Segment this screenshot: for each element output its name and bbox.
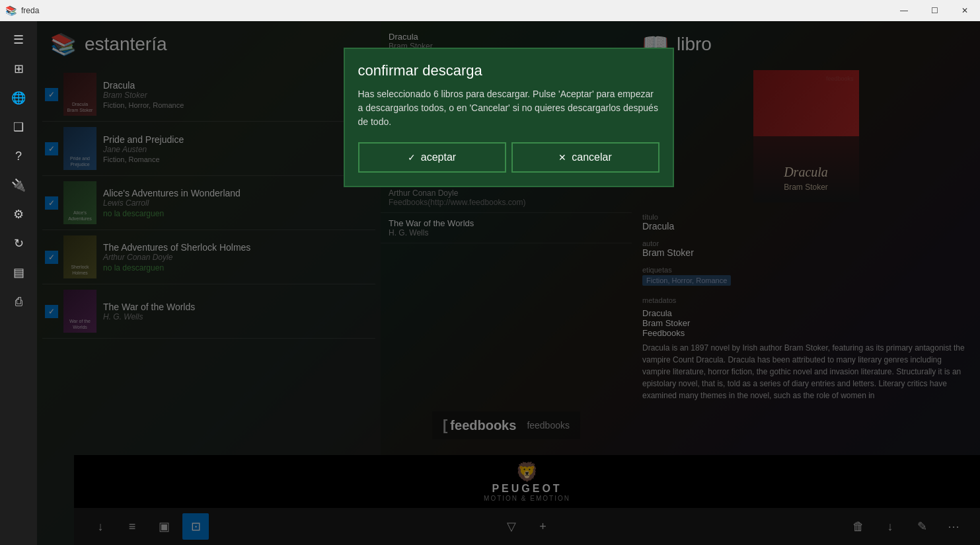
sidebar-item-storage[interactable]: ▤ (5, 259, 32, 286)
dialog-title: confirmar descarga (358, 62, 660, 79)
cancel-button[interactable]: ✕ cancelar (511, 142, 660, 173)
app-container: ☰ ⊞ 🌐 ❑ ? 🔌 ⚙ ↻ ▤ ⎙ 📚 estantería ✓ Dracu… (0, 21, 980, 545)
accept-icon: ✓ (408, 152, 416, 163)
sidebar: ☰ ⊞ 🌐 ❑ ? 🔌 ⚙ ↻ ▤ ⎙ (0, 21, 37, 545)
content-area: 📚 estantería ✓ DraculaBram Stoker Dracul… (37, 21, 980, 545)
accept-label: aceptar (421, 151, 456, 163)
sidebar-item-settings[interactable]: ⚙ (5, 201, 32, 228)
confirm-dialog: confirmar descarga Has seleccionado 6 li… (344, 48, 674, 187)
dialog-buttons: ✓ aceptar ✕ cancelar (358, 142, 660, 173)
sidebar-item-menu[interactable]: ☰ (5, 26, 32, 53)
cancel-icon: ✕ (558, 152, 566, 163)
minimize-button[interactable]: — (889, 0, 919, 21)
sidebar-item-collections[interactable]: ❑ (5, 114, 32, 140)
sidebar-item-refresh[interactable]: ↻ (5, 230, 32, 257)
dialog-message: Has seleccionado 6 libros para descargar… (358, 87, 660, 129)
title-bar: 📚 freda — ☐ ✕ (0, 0, 980, 21)
sidebar-item-catalog[interactable]: 🌐 (5, 85, 32, 111)
sidebar-item-plugins[interactable]: 🔌 (5, 172, 32, 198)
cancel-label: cancelar (572, 151, 611, 163)
close-button[interactable]: ✕ (950, 0, 980, 21)
sidebar-item-library[interactable]: ⊞ (5, 56, 32, 82)
app-title: freda (21, 6, 975, 15)
sidebar-item-help[interactable]: ? (5, 143, 32, 169)
maximize-button[interactable]: ☐ (919, 0, 950, 21)
accept-button[interactable]: ✓ aceptar (358, 142, 506, 173)
dialog-overlay: confirmar descarga Has seleccionado 6 li… (37, 21, 980, 545)
sidebar-item-share[interactable]: ⎙ (5, 288, 32, 315)
app-icon: 📚 (5, 5, 16, 16)
window-controls: — ☐ ✕ (889, 0, 980, 21)
